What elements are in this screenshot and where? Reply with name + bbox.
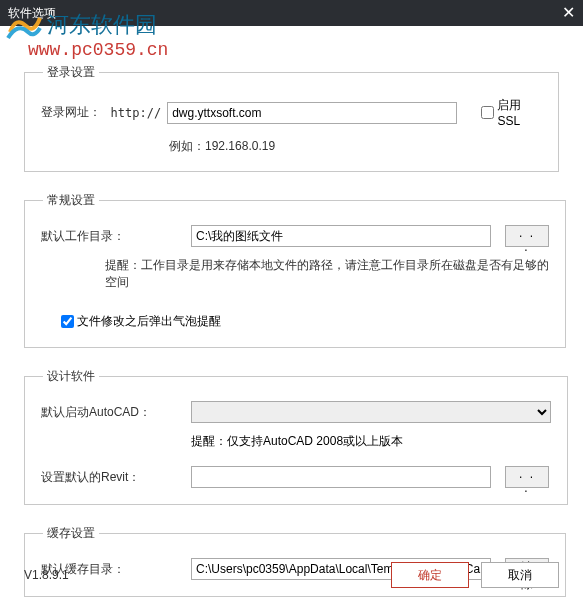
autocad-label: 默认启动AutoCAD： [41,404,191,421]
content-area: 登录设置 登录网址： http:// 启用SSL 例如：192.168.0.19… [0,26,583,597]
revit-input[interactable] [191,466,491,488]
design-legend: 设计软件 [43,368,99,385]
autocad-select[interactable] [191,401,551,423]
http-prefix: http:// [111,106,162,120]
workdir-hint: 提醒：工作目录是用来存储本地文件的路径，请注意工作目录所在磁盘是否有足够的空间 [105,257,549,291]
ok-button[interactable]: 确定 [391,562,469,588]
version-label: V1.8.9.1 [24,568,379,582]
revit-browse-button[interactable]: . . . [505,466,549,488]
enable-ssl-input[interactable] [481,106,494,119]
footer: V1.8.9.1 确定 取消 [24,562,559,588]
login-url-input[interactable] [167,102,457,124]
enable-ssl-label: 启用SSL [497,97,542,128]
bubble-reminder-label: 文件修改之后弹出气泡提醒 [77,313,221,330]
login-example-hint: 例如：192.168.0.19 [169,138,542,155]
autocad-hint: 提醒：仅支持AutoCAD 2008或以上版本 [191,433,551,450]
workdir-browse-button[interactable]: . . . [505,225,549,247]
cache-legend: 缓存设置 [43,525,99,542]
close-icon[interactable]: ✕ [562,0,575,26]
bubble-reminder-checkbox[interactable]: 文件修改之后弹出气泡提醒 [61,313,221,330]
design-software-group: 设计软件 默认启动AutoCAD： 提醒：仅支持AutoCAD 2008或以上版… [24,368,568,505]
workdir-label: 默认工作目录： [41,228,191,245]
login-url-label: 登录网址： [41,104,111,121]
login-settings-group: 登录设置 登录网址： http:// 启用SSL 例如：192.168.0.19 [24,64,559,172]
window-title: 软件选项 [8,0,56,26]
workdir-input[interactable] [191,225,491,247]
general-settings-group: 常规设置 默认工作目录： . . . 提醒：工作目录是用来存储本地文件的路径，请… [24,192,566,348]
general-legend: 常规设置 [43,192,99,209]
cancel-button[interactable]: 取消 [481,562,559,588]
title-bar: 软件选项 ✕ [0,0,583,26]
enable-ssl-checkbox[interactable]: 启用SSL [481,97,542,128]
login-legend: 登录设置 [43,64,99,81]
revit-label: 设置默认的Revit： [41,469,191,486]
bubble-reminder-input[interactable] [61,315,74,328]
